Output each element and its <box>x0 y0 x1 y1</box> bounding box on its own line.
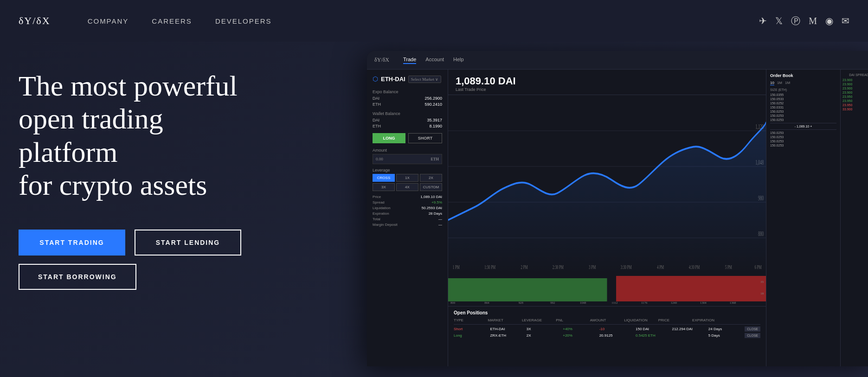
margin-row: Margin Deposit — <box>373 223 442 227</box>
price-main: 1,089.10 DAI <box>456 75 759 87</box>
expiration-row: Expiration 28 Days <box>373 211 442 216</box>
leverage-2x[interactable]: 2X <box>420 174 442 182</box>
positions-section: Open Positions TYPE MARKET LEVERAGE PNL … <box>448 306 766 366</box>
dai-val-4: 23.900 <box>842 91 852 94</box>
pos2-close-button[interactable]: CLOSE <box>745 333 760 338</box>
nav-careers[interactable]: CAREERS <box>152 17 192 25</box>
leverage-3x[interactable]: 3X <box>373 183 395 191</box>
leverage-cross[interactable]: CROSS <box>373 174 395 182</box>
pos2-leverage: 2X <box>527 333 563 338</box>
svg-text:5 PM: 5 PM <box>725 263 732 270</box>
ob-tab-1m-1[interactable]: 1M <box>777 81 782 85</box>
start-borrowing-button[interactable]: START BORROWING <box>19 264 136 290</box>
mockup-nav-help[interactable]: Help <box>453 57 464 64</box>
total-row: Total — <box>373 217 442 221</box>
position-row-1: Short ETH-DAI 3X +40% -10 150 DAI 212.29… <box>454 326 760 332</box>
pos1-amount: -10 <box>599 327 636 331</box>
main-content: The most powerful open trading platform … <box>0 42 868 377</box>
svg-text:864: 864 <box>484 301 489 304</box>
wallet-dai-row: DAI 35.3917 <box>373 118 442 122</box>
dai-val-8: 33.900 <box>842 108 852 111</box>
col-liquidation: LIQUIDATION <box>624 318 658 322</box>
telegram-icon[interactable]: ✈ <box>759 15 767 26</box>
amount-input[interactable]: 0.00 ETH <box>373 154 442 164</box>
dai-val-1: 23.900 <box>842 78 852 82</box>
github-icon[interactable]: Ⓟ <box>791 15 800 27</box>
nav-links: COMPANY CAREERS DEVELOPERS <box>88 17 759 25</box>
ob-tab-10[interactable]: 10 <box>770 81 774 85</box>
svg-text:992: 992 <box>550 301 555 304</box>
ob-col-size: SIZE (ETH) <box>770 88 787 91</box>
chart-area[interactable]: 1,120 1,048 980 880 1 PM 1:30 PM 2 PM <box>448 95 766 274</box>
start-lending-button[interactable]: START LENDING <box>135 230 241 256</box>
price-chart: 1,120 1,048 980 880 1 PM 1:30 PM 2 PM <box>448 95 766 274</box>
market-pair: ⬡ ETH-DAI Select Market ∨ <box>373 75 442 83</box>
svg-text:18: 18 <box>760 292 764 295</box>
ob-sell-7: 150.0253 <box>770 118 836 121</box>
buttons-row-2: START BORROWING <box>19 264 269 290</box>
positions-header: TYPE MARKET LEVERAGE PNL AMOUNT LIQUIDAT… <box>454 318 760 325</box>
svg-text:6 PM: 6 PM <box>755 263 762 270</box>
ob-sell-2: 150.0533 <box>770 97 836 101</box>
col-leverage: LEVERAGE <box>522 318 556 322</box>
dai-val-2: 23.900 <box>842 83 852 86</box>
expo-balance-title: Expo Balance <box>373 89 442 94</box>
ob-sell-5-size: 150.0253 <box>770 110 784 113</box>
ob-buy-3-size: 150.0253 <box>770 140 784 143</box>
dai-spread-panel: DAI SPREAD 23.900 23.900 23.900 23.900 2… <box>840 70 868 366</box>
ob-sell-6: 150.0253 <box>770 114 836 117</box>
leverage-1x[interactable]: 1X <box>396 174 418 182</box>
margin-label: Margin Deposit <box>373 223 398 227</box>
market-label[interactable]: ETH-DAI <box>381 76 405 83</box>
expo-eth-row: ETH 590.2410 <box>373 102 442 107</box>
ob-sell-7-size: 150.0253 <box>770 118 784 121</box>
pos2-amount: 20.9125 <box>599 333 636 338</box>
short-button[interactable]: SHORT <box>408 133 442 143</box>
spread-row: Spread +9.5% <box>373 200 442 204</box>
logo[interactable]: δY/δX <box>19 15 51 27</box>
nav-company[interactable]: COMPANY <box>88 17 129 25</box>
ob-buy-3: 150.0253 <box>770 140 836 143</box>
reddit-icon[interactable]: ◉ <box>825 15 833 26</box>
col-amount: AMOUNT <box>590 318 624 322</box>
nav-developers[interactable]: DEVELOPERS <box>215 17 272 25</box>
leverage-4x[interactable]: 4X <box>396 183 418 191</box>
market-select[interactable]: Select Market ∨ <box>408 76 441 83</box>
ob-sell-4: 150.0331 <box>770 106 836 109</box>
amount-value: 0.00 <box>376 157 383 161</box>
mockup-nav-trade[interactable]: Trade <box>403 57 416 64</box>
hero-title: The most powerful open trading platform … <box>19 70 269 202</box>
navbar: δY/δX COMPANY CAREERS DEVELOPERS ✈ 𝕏 Ⓟ M… <box>0 0 868 42</box>
svg-text:1112: 1112 <box>611 301 618 304</box>
start-trading-button[interactable]: START TRADING <box>19 230 125 256</box>
mockup-nav-account[interactable]: Account <box>425 57 444 64</box>
medium-icon[interactable]: M <box>809 16 817 26</box>
ob-spread: - 1,089.10 + <box>770 123 836 130</box>
wallet-dai-value: 35.3917 <box>427 118 442 122</box>
wallet-eth-currency: ETH <box>373 124 381 128</box>
wallet-eth-row: ETH 8.1990 <box>373 124 442 128</box>
mockup-section: δY/δX Trade Account Help ⬡ ETH-DAI Selec… <box>288 42 868 377</box>
pos1-leverage: 3X <box>527 327 563 331</box>
twitter-icon[interactable]: 𝕏 <box>775 15 783 26</box>
buttons-row-1: START TRADING START LENDING <box>19 230 269 256</box>
dai-spread-title: DAI SPREAD <box>842 73 868 77</box>
long-button[interactable]: LONG <box>373 133 405 143</box>
dai-row-2: 23.900 <box>842 83 868 86</box>
nav-icons: ✈ 𝕏 Ⓟ M ◉ ✉ <box>759 15 849 27</box>
svg-text:4 PM: 4 PM <box>657 263 664 270</box>
ob-buy-2-size: 150.0253 <box>770 135 784 139</box>
price-value: 1,089.10 DAI <box>420 195 442 199</box>
dai-row-8: 33.900 <box>842 108 868 111</box>
svg-text:1176: 1176 <box>641 301 648 304</box>
expiration-value: 28 Days <box>429 211 442 216</box>
trading-mockup: δY/δX Trade Account Help ⬡ ETH-DAI Selec… <box>367 51 868 366</box>
ob-tab-1m-2[interactable]: 1M <box>785 81 790 85</box>
orderbook-title: Order Book <box>770 73 836 78</box>
email-icon[interactable]: ✉ <box>842 15 849 26</box>
dai-val-6: 23.950 <box>842 99 852 102</box>
pos1-close-button[interactable]: CLOSE <box>745 326 760 332</box>
hero-section: The most powerful open trading platform … <box>0 42 288 377</box>
pos1-price: 212.294 DAI <box>672 327 708 331</box>
leverage-custom[interactable]: CUSTOM <box>420 183 442 191</box>
